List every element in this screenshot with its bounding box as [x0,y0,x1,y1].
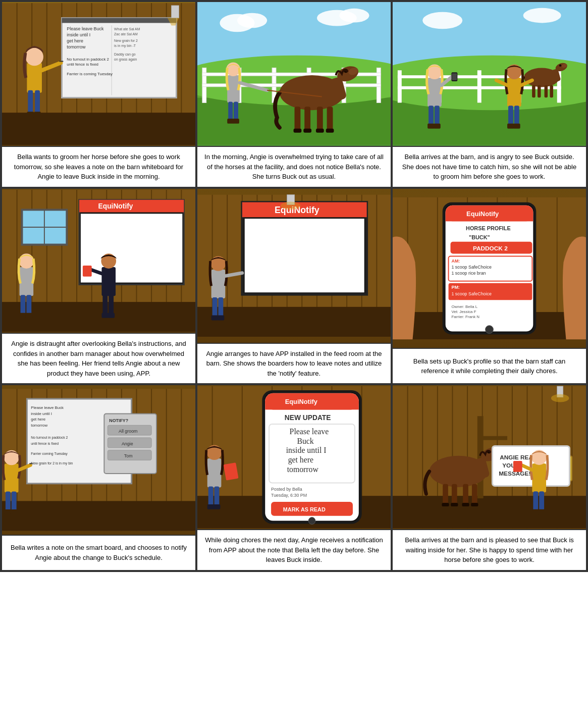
svg-text:inside until I: inside until I [31,411,52,416]
cell-2-1-caption: Angie is distraught after overlooking Be… [2,333,195,383]
svg-point-79 [422,12,462,29]
svg-text:Farrier coming Tuesday: Farrier coming Tuesday [31,452,68,456]
cell-2-1-image: EquiNotify [2,189,195,333]
cell-1-3: Bella arrives at the barn, and is angry … [392,1,587,188]
svg-rect-64 [317,107,323,131]
cell-1-3-image [393,2,586,146]
cell-3-1-image: Please leave Buck inside until I get her… [2,385,195,535]
svg-text:EquiNotify: EquiNotify [285,398,318,405]
svg-text:Daddy can go: Daddy can go [114,53,136,57]
cell-2-1-svg: EquiNotify [2,189,195,333]
svg-text:get here: get here [67,38,83,43]
svg-rect-320 [533,491,538,512]
svg-rect-114 [513,124,520,129]
svg-text:AM:: AM: [451,258,460,264]
svg-text:Farrier: Frank N: Farrier: Frank N [451,315,479,319]
svg-text:What ate Sal AM: What ate Sal AM [114,27,140,31]
svg-point-31 [25,48,43,66]
svg-text:tomorrow: tomorrow [67,44,86,49]
svg-text:Angie: Angie [122,441,133,446]
cell-2-3: EquiNotify HORSE PROFILE "BUCK" PADDOCK … [392,188,587,384]
cell-1-1-image: Please leave Buck inside until I get her… [2,2,195,146]
svg-rect-32 [28,90,33,115]
svg-text:get here: get here [288,455,313,464]
svg-text:Please leave: Please leave [290,427,329,436]
svg-rect-69 [326,129,334,133]
svg-rect-244 [11,509,18,514]
svg-rect-255 [207,458,222,487]
svg-text:until fence is fixed: until fence is fixed [67,62,98,67]
svg-text:NOTIFY?: NOTIFY? [109,419,128,424]
cell-2-3-caption: Bella sets up Buck's profile so that the… [393,348,586,383]
svg-rect-35 [34,112,41,118]
svg-rect-239 [5,463,19,492]
svg-rect-37 [60,61,64,62]
svg-rect-140 [21,295,26,316]
svg-text:1 scoop rice bran: 1 scoop rice bran [451,271,486,276]
svg-rect-241 [6,492,11,512]
svg-rect-68 [316,129,324,133]
svg-point-42 [237,13,267,28]
svg-text:1 scoop SafeChoice: 1 scoop SafeChoice [451,265,491,270]
svg-text:inside until I: inside until I [286,446,327,454]
svg-point-80 [523,8,561,23]
svg-rect-65 [327,107,333,131]
cell-3-1-caption: Bella writes a note on the smart board, … [2,535,195,570]
svg-rect-141 [26,295,31,316]
svg-rect-318 [532,463,546,492]
svg-rect-306 [443,484,448,506]
cell-3-1-svg: Please leave Buck inside until I get her… [2,385,195,535]
cell-3-2-image: EquiNotify NEW UPDATE Please leave Buck … [197,385,391,529]
svg-rect-170 [211,270,226,298]
svg-rect-97 [538,85,541,97]
svg-text:Tom: Tom [124,454,133,459]
svg-point-83 [393,56,586,111]
svg-rect-174 [211,315,219,320]
svg-rect-66 [294,129,302,133]
svg-rect-147 [109,295,114,316]
svg-rect-30 [27,63,42,92]
svg-rect-221 [2,501,195,531]
svg-rect-96 [532,85,536,97]
cell-3-2-caption: While doing chores the next day, Angie r… [197,529,391,570]
svg-text:PM:: PM: [451,284,459,289]
svg-text:New grain for 2: New grain for 2 [114,39,138,43]
cell-3-3-image: ANGIE READ YOUR MESSAGE! [393,385,586,529]
svg-text:New grain for 2 is in my bin: New grain for 2 is in my bin [31,461,73,465]
cell-2-2-svg: EquiNotify [197,189,391,343]
svg-text:Buck: Buck [297,437,313,445]
svg-rect-307 [452,484,457,506]
svg-point-279 [308,517,315,525]
svg-rect-313 [471,503,478,506]
svg-rect-257 [208,487,213,507]
svg-rect-258 [215,487,220,507]
svg-rect-144 [101,267,116,296]
svg-text:PADDOCK 2: PADDOCK 2 [473,244,508,251]
cell-3-3: ANGIE READ YOUR MESSAGE! [392,384,587,571]
svg-point-319 [531,450,547,465]
cell-3-3-svg: ANGIE READ YOUR MESSAGE! [393,385,586,529]
svg-text:Please leave Buck: Please leave Buck [31,405,64,410]
cell-1-2-svg [197,2,391,146]
svg-text:inside until I: inside until I [67,32,90,37]
svg-rect-109 [507,78,521,107]
svg-rect-63 [304,107,310,131]
svg-rect-112 [514,106,519,126]
svg-text:until fence is fixed: until fence is fixed [31,442,59,445]
svg-rect-108 [452,73,457,80]
svg-rect-246 [29,463,32,464]
cell-1-1-svg: Please leave Buck inside until I get her… [2,2,195,146]
cell-1-2-caption: In the morning, Angie is overwhelmed try… [197,146,391,187]
svg-text:"BUCK": "BUCK" [469,234,490,240]
cell-1-2: In the morning, Angie is overwhelmed try… [196,1,392,188]
svg-rect-260 [213,504,221,509]
cell-1-1-caption: Bella wants to groom her horse before sh… [2,146,195,187]
svg-text:HORSE PROFILE: HORSE PROFILE [466,225,511,231]
svg-rect-151 [83,266,92,277]
svg-rect-309 [472,484,477,506]
svg-rect-321 [539,491,544,512]
comic-grid: Please leave Buck inside until I get her… [0,0,588,572]
svg-rect-295 [483,436,507,440]
svg-text:EquiNotify: EquiNotify [466,210,499,217]
cell-1-3-caption: Bella arrives at the barn, and is angry … [393,146,586,187]
